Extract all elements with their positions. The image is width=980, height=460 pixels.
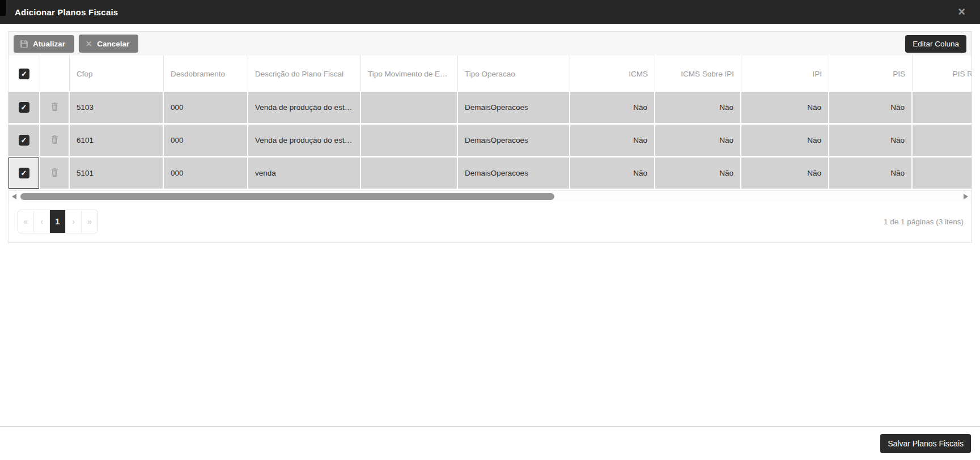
table-viewport: ✓ Cfop Desdobramento Descrição do Plano … [9, 56, 971, 190]
salvar-planos-fiscais-button[interactable]: Salvar Planos Fiscais [880, 434, 971, 453]
cell-desdobramento[interactable]: 000 [164, 125, 248, 157]
cell-pis[interactable]: Não [829, 92, 913, 125]
cell-icms[interactable]: Não [570, 125, 655, 157]
modal-footer: Salvar Planos Fiscais [0, 426, 980, 460]
cell-icms[interactable]: Não [570, 157, 655, 190]
page-first-button[interactable]: « [18, 210, 34, 233]
cell-tipo-movimento[interactable] [361, 92, 458, 125]
page-prev-button[interactable]: ‹ [34, 210, 50, 233]
pager: « ‹ 1 › » [18, 210, 98, 233]
cell-icms-sobre-ipi[interactable]: Não [655, 157, 741, 190]
fiscal-plans-table: ✓ Cfop Desdobramento Descrição do Plano … [9, 56, 971, 190]
modal-titlebar: Adicionar Planos Fiscais × [0, 0, 980, 24]
header-icms[interactable]: ICMS [570, 56, 655, 92]
row-delete-cell[interactable] [40, 157, 70, 190]
cell-pis[interactable]: Não [829, 125, 913, 157]
trash-icon [51, 135, 58, 144]
table-row: ✓ 5103 000 Venda de produção do est… [9, 92, 971, 125]
delete-column-header [40, 56, 70, 92]
cell-tipo-operacao[interactable]: DemaisOperacoes [458, 92, 570, 125]
row-select-cell-focused[interactable]: ✓ [9, 157, 40, 190]
cell-descricao[interactable]: Venda de produção do est… [248, 125, 361, 157]
atualizar-button[interactable]: Atualizar [14, 35, 74, 53]
header-pis-r[interactable]: PIS R [913, 56, 971, 92]
cell-desdobramento[interactable]: 000 [164, 157, 248, 190]
cell-desdobramento[interactable]: 000 [164, 92, 248, 125]
row-checkbox[interactable]: ✓ [19, 168, 29, 178]
row-select-cell[interactable]: ✓ [9, 125, 40, 157]
modal-title: Adicionar Planos Fiscais [15, 7, 118, 17]
cancel-x-icon: ✕ [86, 39, 92, 48]
header-row: ✓ Cfop Desdobramento Descrição do Plano … [9, 56, 971, 92]
cell-tipo-movimento[interactable] [361, 157, 458, 190]
save-icon [20, 40, 28, 48]
check-icon: ✓ [21, 104, 27, 111]
cell-descricao[interactable]: venda [248, 157, 361, 190]
header-tipo-movimento[interactable]: Tipo Movimento de E… [361, 56, 458, 92]
header-tipo-operacao[interactable]: Tipo Operacao [458, 56, 570, 92]
header-desdobramento[interactable]: Desdobramento [164, 56, 248, 92]
grid-toolbar: Atualizar ✕ Cancelar Editar Coluna [9, 32, 971, 56]
cell-icms-sobre-ipi[interactable]: Não [655, 92, 741, 125]
cell-cfop[interactable]: 5101 [70, 157, 164, 190]
trash-icon [51, 168, 58, 177]
row-checkbox[interactable]: ✓ [19, 135, 29, 146]
row-checkbox[interactable]: ✓ [19, 102, 29, 113]
page-last-button[interactable]: » [82, 210, 97, 233]
table-row: ✓ 6101 000 Venda de produção do est… [9, 125, 971, 157]
cell-pis-r[interactable] [913, 125, 971, 157]
cell-cfop[interactable]: 6101 [70, 125, 164, 157]
select-all-cell: ✓ [9, 56, 40, 92]
editar-coluna-button[interactable]: Editar Coluna [905, 35, 966, 53]
cell-ipi[interactable]: Não [741, 125, 829, 157]
cell-pis[interactable]: Não [829, 157, 913, 190]
row-delete-cell[interactable] [40, 125, 70, 157]
check-icon: ✓ [21, 70, 27, 78]
page-next-button[interactable]: › [66, 210, 82, 233]
select-all-checkbox[interactable]: ✓ [19, 69, 29, 79]
page-current-button[interactable]: 1 [50, 210, 66, 233]
row-delete-cell[interactable] [40, 92, 70, 125]
pagination-bar: « ‹ 1 › » 1 de 1 páginas (3 itens) [9, 202, 971, 242]
header-descricao[interactable]: Descrição do Plano Fiscal [248, 56, 361, 92]
scroll-right-icon[interactable] [964, 194, 968, 199]
cell-ipi[interactable]: Não [741, 157, 829, 190]
horizontal-scrollbar[interactable] [9, 190, 971, 202]
check-icon: ✓ [21, 137, 27, 144]
cell-tipo-movimento[interactable] [361, 125, 458, 157]
header-icms-sobre-ipi[interactable]: ICMS Sobre IPI [655, 56, 741, 92]
cell-cfop[interactable]: 5103 [70, 92, 164, 125]
header-ipi[interactable]: IPI [741, 56, 829, 92]
scroll-left-icon[interactable] [12, 194, 16, 199]
header-cfop[interactable]: Cfop [70, 56, 164, 92]
cell-icms-sobre-ipi[interactable]: Não [655, 125, 741, 157]
close-icon[interactable]: × [958, 6, 965, 18]
cell-ipi[interactable]: Não [741, 92, 829, 125]
cancelar-label: Cancelar [97, 40, 129, 48]
trash-icon [51, 103, 58, 111]
background-page-edge [0, 0, 6, 16]
fiscal-plans-grid-panel: Atualizar ✕ Cancelar Editar Coluna ✓ [8, 31, 972, 243]
cell-pis-r[interactable] [913, 157, 971, 190]
check-icon: ✓ [21, 169, 27, 177]
cell-pis-r[interactable] [913, 92, 971, 125]
header-pis[interactable]: PIS [829, 56, 913, 92]
cancelar-button[interactable]: ✕ Cancelar [79, 35, 138, 53]
row-select-cell[interactable]: ✓ [9, 92, 40, 125]
cell-tipo-operacao[interactable]: DemaisOperacoes [458, 157, 570, 190]
scrollbar-thumb[interactable] [20, 193, 554, 200]
cell-tipo-operacao[interactable]: DemaisOperacoes [458, 125, 570, 157]
pagination-info: 1 de 1 páginas (3 itens) [884, 218, 964, 226]
cell-descricao[interactable]: Venda de produção do est… [248, 92, 361, 125]
cell-icms[interactable]: Não [570, 92, 655, 125]
atualizar-label: Atualizar [33, 40, 65, 48]
table-row: ✓ 5101 000 venda DemaisOperaco [9, 157, 971, 190]
